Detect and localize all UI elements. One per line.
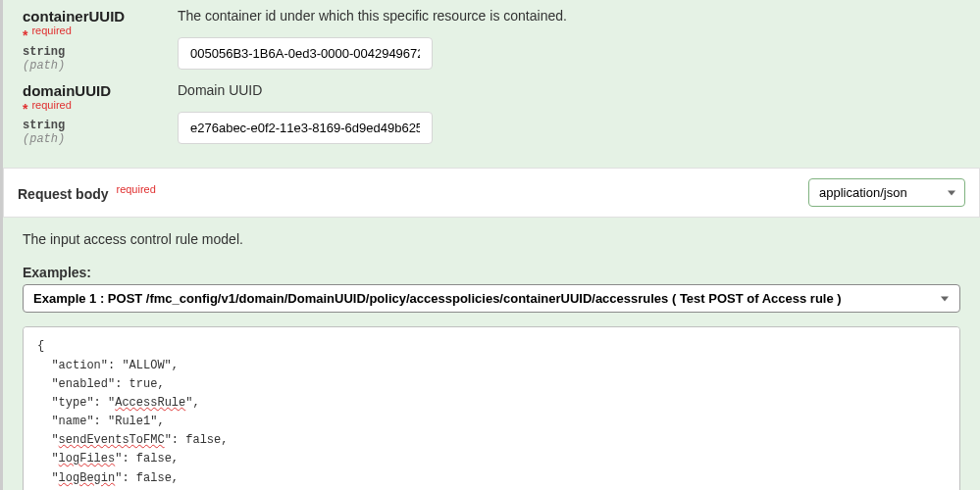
- param-description: The container id under which this specif…: [178, 8, 960, 24]
- param-meta: containerUUID *required string (path): [23, 8, 160, 73]
- param-body: Domain UUID: [178, 82, 960, 147]
- param-type: string: [23, 119, 160, 132]
- required-label: required: [31, 24, 71, 36]
- request-body-label-wrap: Request body required: [18, 183, 156, 202]
- required-label: required: [31, 99, 71, 111]
- param-meta: domainUUID *required string (path): [23, 82, 160, 147]
- param-description: Domain UUID: [178, 82, 960, 98]
- request-body-description: The input access control rule model.: [23, 231, 960, 247]
- param-value-input[interactable]: [178, 112, 433, 144]
- param-in: (path): [23, 132, 160, 146]
- param-name: domainUUID: [23, 82, 111, 99]
- path-params: containerUUID *required string (path) Th…: [3, 0, 980, 168]
- param-value-input[interactable]: [178, 37, 433, 70]
- param-containerUUID: containerUUID *required string (path) Th…: [23, 8, 960, 73]
- request-body-area: The input access control rule model. Exa…: [3, 218, 980, 490]
- request-body-header: Request body required application/json: [3, 168, 980, 218]
- parameters-panel: containerUUID *required string (path) Th…: [0, 0, 980, 490]
- required-star: *: [23, 27, 27, 43]
- examples-label: Examples:: [23, 265, 960, 280]
- param-in: (path): [23, 59, 160, 73]
- request-body-label: Request body: [18, 186, 109, 202]
- example-select-wrap: Example 1 : POST /fmc_config/v1/domain/D…: [23, 284, 960, 313]
- example-select[interactable]: Example 1 : POST /fmc_config/v1/domain/D…: [23, 284, 960, 313]
- json-body-editor[interactable]: { "action": "ALLOW", "enabled": true, "t…: [23, 326, 960, 490]
- param-type: string: [23, 45, 160, 59]
- param-domainUUID: domainUUID *required string (path) Domai…: [23, 82, 960, 147]
- content-type-select-wrap: application/json: [808, 178, 965, 207]
- param-name: containerUUID: [23, 8, 125, 24]
- required-star: *: [23, 101, 27, 117]
- param-body: The container id under which this specif…: [178, 8, 960, 73]
- content-type-select[interactable]: application/json: [808, 178, 965, 207]
- required-label: required: [116, 183, 155, 195]
